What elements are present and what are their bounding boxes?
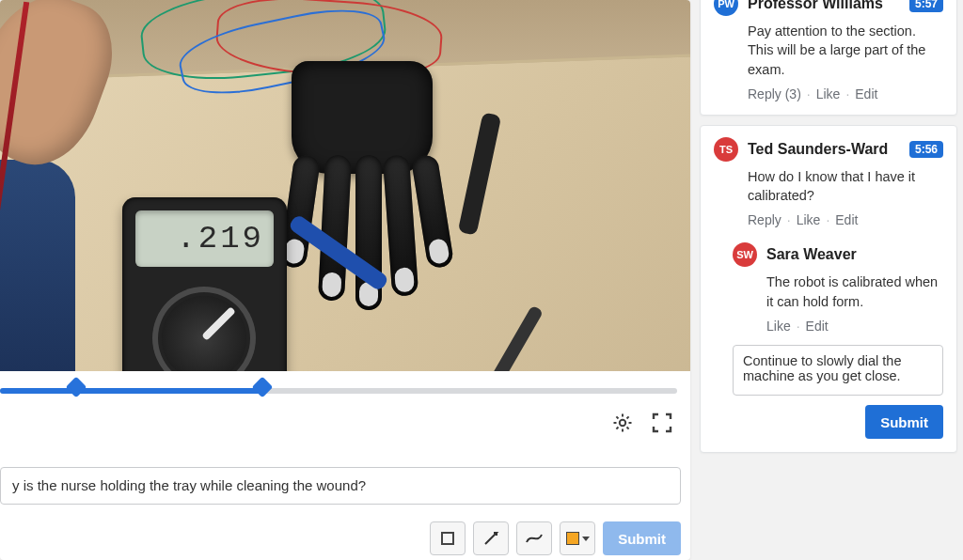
- like-link[interactable]: Like: [816, 86, 841, 101]
- comment-actions: Like·Edit: [766, 319, 943, 334]
- avatar: SW: [733, 242, 757, 267]
- like-link[interactable]: Like: [797, 212, 821, 227]
- annotation-toolbar: Submit: [0, 518, 690, 560]
- comment-body: The robot is calibrated when it can hold…: [766, 272, 943, 311]
- fullscreen-icon[interactable]: [651, 412, 673, 434]
- edit-link[interactable]: Edit: [835, 212, 858, 227]
- progress-marker[interactable]: [65, 377, 87, 398]
- comment-reply: SW Sara Weaver The robot is calibrated w…: [733, 239, 943, 334]
- comment-body: Pay attention to the section. This will …: [748, 22, 943, 79]
- comment-author: Sara Weaver: [766, 246, 943, 263]
- chevron-down-icon: [582, 537, 590, 541]
- comment-card: PW Professor Williams 5:57 Pay attention…: [700, 0, 957, 116]
- video-progress[interactable]: [0, 371, 690, 403]
- multimeter: .219: [122, 197, 287, 371]
- progress-marker[interactable]: [252, 377, 274, 398]
- like-link[interactable]: Like: [766, 319, 791, 334]
- main-panel: .219 Su: [0, 0, 690, 560]
- comment-timestamp[interactable]: 5:57: [909, 0, 943, 12]
- comments-sidebar: PW Professor Williams 5:57 Pay attention…: [690, 0, 963, 560]
- multimeter-reading: .219: [135, 210, 274, 267]
- question-input[interactable]: [0, 467, 681, 505]
- edit-link[interactable]: Edit: [855, 86, 877, 101]
- comment-body: How do I know that I have it calibrated?: [748, 167, 943, 206]
- comment-actions: Reply (3)·Like·Edit: [748, 86, 943, 101]
- svg-point-0: [620, 420, 625, 426]
- tool-curve-button[interactable]: [516, 521, 552, 555]
- color-swatch-icon: [566, 532, 579, 545]
- comment-author: Professor Williams: [748, 0, 900, 12]
- tool-pointer-button[interactable]: [473, 521, 509, 555]
- video-player[interactable]: .219: [0, 0, 690, 371]
- reply-submit-button[interactable]: Submit: [865, 405, 943, 439]
- tool-color-button[interactable]: [560, 521, 595, 555]
- video-controls: [0, 403, 690, 442]
- avatar: PW: [714, 0, 738, 16]
- reply-input[interactable]: Continue to slowly dial the machine as y…: [733, 345, 943, 396]
- avatar: TS: [714, 137, 738, 162]
- comment-actions: Reply·Like·Edit: [748, 212, 943, 227]
- gear-icon[interactable]: [611, 412, 634, 434]
- reply-link[interactable]: Reply (3): [748, 86, 801, 101]
- comment-timestamp[interactable]: 5:56: [909, 141, 943, 158]
- comment-author: Ted Saunders-Ward: [748, 141, 900, 158]
- tool-square-button[interactable]: [430, 521, 466, 555]
- question-submit-button[interactable]: Submit: [603, 521, 681, 555]
- question-row: [0, 467, 681, 505]
- edit-link[interactable]: Edit: [806, 319, 829, 334]
- comment-card: TS Ted Saunders-Ward 5:56 How do I know …: [700, 125, 957, 453]
- reply-link[interactable]: Reply: [748, 212, 781, 227]
- svg-rect-1: [442, 533, 453, 544]
